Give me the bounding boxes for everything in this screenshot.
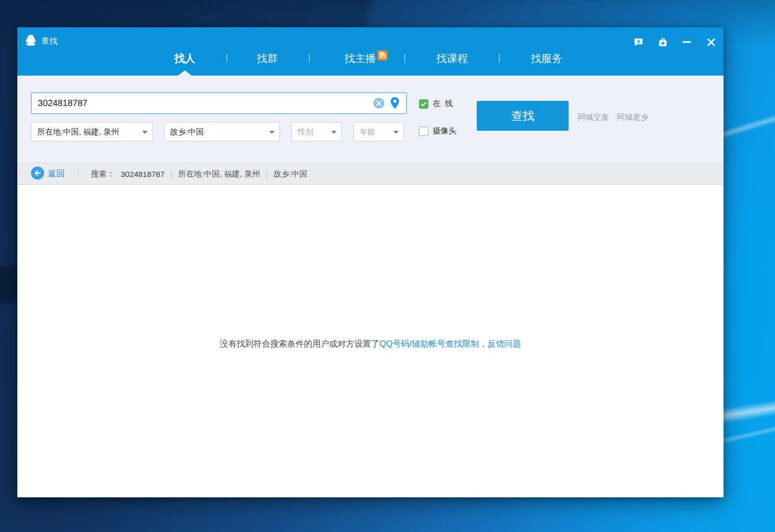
chevron-down-icon <box>269 131 275 134</box>
result-bar: 返回 搜索： 3024818787 | 所在地:中国, 福建, 泉州 | 故乡:… <box>17 163 724 185</box>
feedback-bubble-icon[interactable] <box>633 37 644 47</box>
online-checkbox[interactable]: 在 线 <box>419 99 454 109</box>
tab-find-service[interactable]: 找服务 <box>531 47 562 69</box>
chevron-down-icon <box>142 131 148 134</box>
city-fellows-link[interactable]: 同城老乡 <box>617 112 648 122</box>
summary-location: 所在地:中国, 福建, 泉州 <box>178 169 260 179</box>
nav-tabs: 找人 找群 找主播 热 找课程 找服务 <box>17 47 724 76</box>
city-links: 同城交友 同城老乡 <box>578 112 648 122</box>
hot-badge: 热 <box>378 50 388 60</box>
chevron-down-icon <box>393 131 399 134</box>
search-input-wrap <box>31 92 407 114</box>
hometown-dropdown[interactable]: 故乡:中国 <box>164 122 280 141</box>
city-friends-link[interactable]: 同城交友 <box>578 112 609 122</box>
window-title: 查找 <box>41 36 57 46</box>
summary-query: 3024818787 <box>121 170 164 179</box>
feedback-problem-link[interactable]: 反馈问题 <box>487 339 521 348</box>
tab-divider <box>404 54 405 62</box>
search-summary: 搜索： 3024818787 | 所在地:中国, 福建, 泉州 | 故乡:中国 <box>91 169 307 179</box>
tab-divider <box>499 54 500 62</box>
gender-dropdown[interactable]: 性别 <box>291 122 342 141</box>
close-button[interactable] <box>706 37 716 47</box>
titlebar: 查找 <box>17 27 724 76</box>
clear-input-icon[interactable] <box>373 98 384 109</box>
empty-message-text: 没有找到符合搜索条件的用户或对方设置了 <box>220 339 380 348</box>
age-dropdown[interactable]: 年龄 <box>353 122 404 141</box>
summary-hometown: 故乡:中国 <box>274 169 307 179</box>
back-button[interactable]: 返回 <box>31 166 65 182</box>
tab-divider <box>309 54 310 62</box>
back-arrow-icon <box>31 166 44 182</box>
tab-divider <box>226 54 227 62</box>
empty-result-message: 没有找到符合搜索条件的用户或对方设置了QQ号码/辅助帐号查找限制，反馈问题 <box>17 185 724 350</box>
location-dropdown[interactable]: 所在地:中国, 福建, 泉州 <box>31 122 153 141</box>
tab-find-streamer[interactable]: 找主播 热 <box>344 47 388 69</box>
vertical-divider <box>78 168 79 180</box>
tab-find-people[interactable]: 找人 <box>174 47 195 69</box>
active-tab-pointer <box>178 70 192 76</box>
summary-label: 搜索： <box>91 169 114 179</box>
minimize-button[interactable] <box>682 37 692 47</box>
camera-checkbox[interactable]: 摄像头 <box>419 126 456 136</box>
qq-find-window: 查找 <box>17 27 724 497</box>
search-button[interactable]: 查找 <box>477 101 569 131</box>
tab-find-group[interactable]: 找群 <box>257 47 278 69</box>
location-pin-icon[interactable] <box>391 97 399 109</box>
qq-penguin-icon <box>25 34 37 48</box>
qq-limit-link[interactable]: QQ号码/辅助帐号查找限制 <box>380 339 479 348</box>
search-panel: 所在地:中国, 福建, 泉州 故乡:中国 性别 年龄 在 线 摄像头 查找 同城… <box>17 76 724 163</box>
checkmark-icon <box>419 99 428 109</box>
first-aid-kit-icon[interactable] <box>657 37 668 47</box>
chevron-down-icon <box>331 131 337 134</box>
empty-checkbox <box>419 127 428 136</box>
results-area: 没有找到符合搜索条件的用户或对方设置了QQ号码/辅助帐号查找限制，反馈问题 <box>17 185 724 497</box>
tab-find-course[interactable]: 找课程 <box>436 47 468 69</box>
search-input[interactable] <box>32 93 368 113</box>
